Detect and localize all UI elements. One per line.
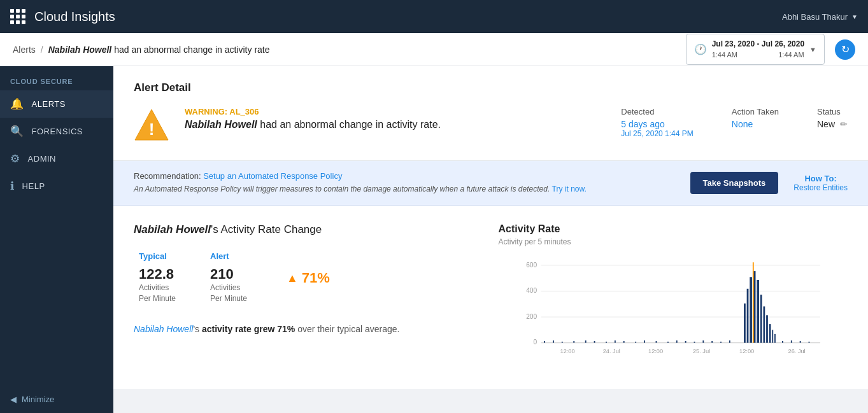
rec-link[interactable]: Setup an Automated Response Policy	[203, 171, 342, 181]
content-area: Nabilah Howell's Activity Rate Change Ty…	[113, 206, 868, 389]
activity-title-rest: 's Activity Rate Change	[211, 223, 322, 235]
date-range-picker[interactable]: 🕐 Jul 23, 2020 - Jul 26, 2020 1:44 AM 1:…	[686, 34, 825, 65]
svg-rect-15	[585, 340, 586, 343]
alert-col: Alert 210 Activities Per Minute	[210, 251, 287, 304]
sidebar-item-help[interactable]: ℹ HELP	[0, 172, 113, 200]
status-label: Status	[817, 107, 848, 116]
how-to-label: How To:	[804, 174, 836, 183]
sidebar-item-alerts[interactable]: 🔔 ALERTS	[0, 90, 113, 118]
sidebar-item-admin-label: ADMIN	[28, 154, 57, 164]
take-snapshots-button[interactable]: Take Snapshots	[690, 172, 779, 194]
alert-header: Alert	[210, 251, 271, 261]
typical-sub: Activities Per Minute	[139, 283, 195, 304]
edit-icon[interactable]: ✏	[840, 119, 848, 129]
svg-text:24. Jul: 24. Jul	[602, 348, 620, 354]
metrics-table: Typical 122.8 Activities Per Minute Aler…	[134, 251, 483, 304]
minimize-button[interactable]: ◀ Minimize	[0, 386, 113, 413]
top-nav-left: Cloud Insights	[10, 9, 115, 24]
main-content: Alert Detail ! WARNING: AL_306 Nabilah H…	[113, 66, 868, 413]
activity-user-italic: Nabilah Howell	[134, 223, 211, 235]
breadcrumb-alerts-link[interactable]: Alerts	[13, 45, 36, 55]
alert-detail-title: Alert Detail	[134, 81, 848, 94]
app-title: Cloud Insights	[34, 10, 115, 24]
rec-desc: An Automated Response Policy will trigge…	[134, 183, 675, 195]
svg-rect-43	[782, 341, 783, 343]
activity-change-section: Nabilah Howell's Activity Rate Change Ty…	[134, 223, 483, 371]
rec-title: Recommendation: Setup an Automated Respo…	[134, 171, 675, 181]
sidebar-item-help-label: HELP	[22, 181, 45, 191]
svg-rect-33	[750, 277, 752, 342]
svg-rect-12	[553, 340, 554, 343]
date-range-area: 🕐 Jul 23, 2020 - Jul 26, 2020 1:44 AM 1:…	[686, 34, 855, 65]
svg-rect-40	[772, 330, 773, 342]
svg-rect-36	[760, 295, 762, 343]
typical-value: 122.8	[139, 266, 195, 283]
sidebar-item-admin[interactable]: ⚙ ADMIN	[0, 145, 113, 172]
restore-entities-label: Restore Entities	[793, 183, 848, 192]
svg-rect-39	[769, 324, 771, 343]
sidebar: CLOUD SECURE 🔔 ALERTS 🔍 FORENSICS ⚙ ADMI…	[0, 66, 113, 413]
svg-rect-27	[702, 340, 704, 343]
chart-section: Activity Rate Activity per 5 minutes 600…	[499, 223, 848, 371]
svg-rect-11	[544, 341, 545, 343]
svg-text:!: !	[149, 120, 155, 139]
svg-rect-37	[763, 306, 765, 342]
alert-message-rest: had an abnormal change in activity rate.	[257, 119, 441, 130]
chart-title: Activity Rate	[499, 223, 848, 235]
svg-rect-30	[729, 340, 730, 343]
arrow-up-icon: ▲	[287, 272, 298, 285]
action-taken-value: None	[732, 119, 779, 129]
rec-try-link[interactable]: Try it now.	[552, 185, 587, 193]
svg-rect-26	[694, 342, 695, 343]
activity-summary: Nabilah Howell's activity rate grew 71% …	[134, 322, 483, 337]
sidebar-item-alerts-label: ALERTS	[32, 99, 66, 109]
svg-rect-22	[655, 341, 657, 343]
svg-rect-31	[744, 304, 746, 343]
action-taken-label: Action Taken	[732, 107, 779, 116]
status-meta: Status New ✏	[817, 107, 848, 138]
activity-rate-chart: 600 400 200 0	[499, 256, 848, 371]
summary-bold2: 71%	[274, 324, 295, 334]
alert-code: WARNING: AL_306	[185, 107, 587, 116]
breadcrumb-bar: Alerts / Nabilah Howell had an abnormal …	[0, 33, 868, 66]
chart-subtitle: Activity per 5 minutes	[499, 237, 848, 246]
how-to-button[interactable]: How To: Restore Entities	[793, 174, 848, 192]
svg-text:200: 200	[526, 313, 537, 320]
svg-rect-16	[594, 341, 595, 343]
bell-icon: 🔔	[10, 97, 24, 111]
svg-rect-45	[799, 341, 800, 343]
chart-container: 600 400 200 0	[499, 256, 848, 371]
top-nav: Cloud Insights Abhi Basu Thakur ▼	[0, 0, 868, 33]
svg-text:0: 0	[533, 339, 537, 346]
breadcrumb: Alerts / Nabilah Howell had an abnormal …	[13, 45, 270, 55]
activity-title: Nabilah Howell's Activity Rate Change	[134, 223, 483, 236]
detected-meta: Detected 5 days ago Jul 25, 2020 1:44 PM	[621, 107, 693, 138]
rec-desc-text: An Automated Response Policy will trigge…	[134, 185, 550, 193]
main-layout: CLOUD SECURE 🔔 ALERTS 🔍 FORENSICS ⚙ ADMI…	[0, 66, 868, 413]
alert-main-info: WARNING: AL_306 Nabilah Howell had an ab…	[185, 107, 587, 130]
info-icon: ℹ	[10, 179, 15, 193]
alert-message: Nabilah Howell had an abnormal change in…	[185, 119, 587, 130]
minimize-label: Minimize	[22, 395, 54, 404]
grid-menu-icon[interactable]	[10, 9, 25, 24]
user-menu[interactable]: Abhi Basu Thakur ▼	[782, 12, 858, 22]
status-row: New ✏	[817, 119, 848, 129]
typical-col: Typical 122.8 Activities Per Minute	[134, 251, 210, 304]
detected-value: 5 days ago	[621, 119, 693, 129]
date-end-time: 1:44 AM	[778, 51, 804, 59]
alert-meta: Detected 5 days ago Jul 25, 2020 1:44 PM…	[621, 107, 848, 138]
detected-label: Detected	[621, 107, 693, 116]
sidebar-item-forensics[interactable]: 🔍 FORENSICS	[0, 118, 113, 145]
svg-rect-14	[573, 341, 574, 343]
svg-rect-25	[685, 341, 686, 343]
date-start-time: 1:44 AM	[712, 51, 737, 59]
refresh-button[interactable]: ↻	[835, 39, 855, 60]
svg-rect-18	[614, 340, 615, 343]
svg-rect-29	[720, 342, 722, 343]
alert-value: 210	[210, 266, 271, 283]
breadcrumb-current: Nabilah Howell had an abnormal change in…	[48, 45, 270, 55]
svg-rect-28	[711, 341, 713, 343]
svg-rect-20	[635, 342, 636, 343]
date-range-times: 1:44 AM 1:44 AM	[712, 50, 804, 60]
change-indicator: ▲ 71%	[287, 266, 348, 286]
